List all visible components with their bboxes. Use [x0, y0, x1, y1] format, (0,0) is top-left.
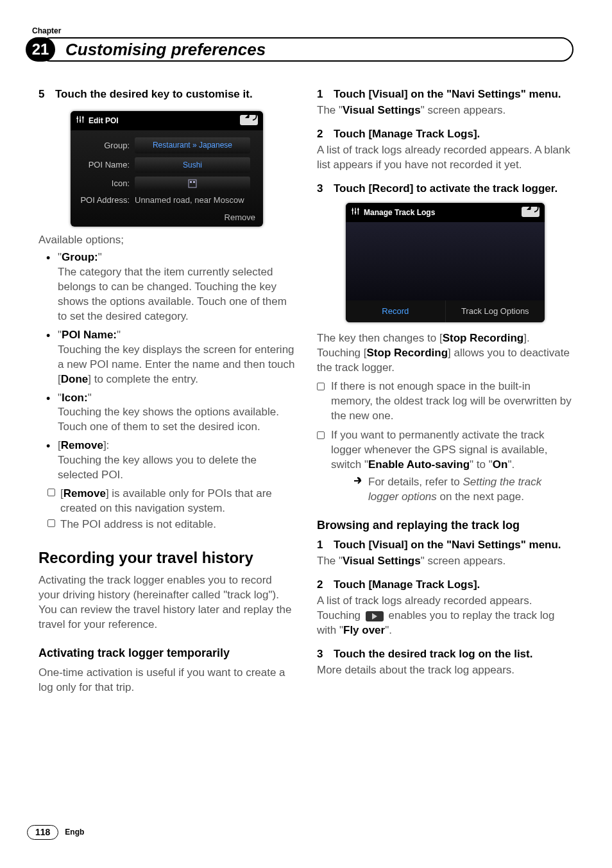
svg-rect-4 — [189, 180, 196, 187]
svg-point-0 — [76, 117, 78, 119]
right-column: 1 Touch [Visual] on the "Navi Settings" … — [317, 87, 574, 698]
track-log-options-button[interactable]: Track Log Options — [446, 300, 545, 322]
back-icon[interactable] — [240, 115, 258, 128]
svg-point-8 — [355, 211, 357, 213]
opt-poi-name: "POI Name:" Touching the key displays th… — [58, 328, 295, 387]
step-number: 5 — [38, 87, 47, 102]
r-step-2: 2 Touch [Manage Track Logs]. — [317, 127, 574, 142]
note-memory: If there is not enough space in the buil… — [331, 379, 574, 424]
chapter-bar: 21 Customising preferences — [38, 37, 574, 62]
b-step1-after: The "Visual Settings" screen appears. — [317, 554, 574, 569]
reference-arrow-icon — [353, 475, 363, 505]
poiname-label: POI Name: — [71, 159, 135, 171]
options-head: Available options; — [38, 233, 295, 248]
svg-point-7 — [352, 209, 353, 211]
chapter-number: 21 — [26, 37, 55, 62]
manage-track-logs-screenshot: Manage Track Logs Record Track Log Optio… — [346, 203, 545, 322]
heading-activating-temp: Activating track logger temporarily — [38, 645, 295, 661]
back-icon[interactable] — [522, 207, 540, 220]
activating-temp-para: One-time activation is useful if you wan… — [38, 666, 295, 695]
svg-point-1 — [80, 120, 81, 122]
r-step-3: 3 Touch [Record] to activate the track l… — [317, 182, 574, 196]
checkbox-icon — [317, 383, 325, 390]
ss2-title-bar: Manage Track Logs — [346, 203, 545, 222]
remove-button[interactable]: Remove — [225, 212, 255, 223]
r-step-1: 1 Touch [Visual] on the "Navi Settings" … — [317, 87, 574, 102]
settings-icon — [76, 115, 85, 126]
step-text: Touch the desired key to customise it. — [55, 87, 253, 102]
checkbox-icon — [47, 489, 55, 496]
ss1-title-bar: Edit POI — [71, 111, 263, 130]
heading-recording: Recording your travel history — [38, 548, 295, 568]
ss1-title-text: Edit POI — [89, 116, 119, 126]
opt-group-desc: The category that the item currently sel… — [58, 266, 287, 322]
settings-icon — [351, 207, 360, 218]
b-step-3: 3 Touch the desired track log on the lis… — [317, 647, 574, 662]
opt-remove: [Remove]: Touching the key allows you to… — [58, 438, 295, 483]
left-column: 5 Touch the desired key to customise it.… — [38, 87, 295, 698]
icon-label: Icon: — [71, 178, 135, 189]
svg-point-9 — [357, 209, 359, 211]
b-step-1: 1 Touch [Visual] on the "Navi Settings" … — [317, 538, 574, 553]
r-step1-after: The "Visual Settings" screen appears. — [317, 103, 574, 118]
stop-recording-para: The key then changes to [Stop Recording]… — [317, 331, 574, 376]
track-notes-list: If there is not enough space in the buil… — [317, 379, 574, 505]
group-value[interactable]: Restaurant » Japanese — [135, 137, 250, 153]
options-list: "Group:" The category that the item curr… — [38, 250, 295, 483]
checkbox-icon — [47, 519, 55, 527]
addr-label: POI Address: — [71, 195, 135, 206]
svg-rect-5 — [190, 181, 192, 183]
heading-browsing: Browsing and replaying the track log — [317, 517, 574, 533]
svg-point-2 — [82, 117, 84, 119]
chapter-title: Customising preferences — [38, 37, 574, 62]
play-icon[interactable] — [366, 611, 384, 621]
note-remove-availability: [Remove] is available only for POIs that… — [38, 487, 295, 516]
checkbox-icon — [317, 431, 325, 439]
note-autosave: If you want to permanently activate the … — [331, 428, 574, 505]
opt-group: "Group:" The category that the item curr… — [58, 250, 295, 324]
language-code: Engb — [65, 827, 84, 837]
poiname-value[interactable]: Sushi — [135, 157, 250, 173]
addr-value: Unnamed road, near Moscow — [135, 195, 244, 206]
chapter-label: Chapter — [32, 26, 574, 36]
ref-link: For details, refer to Setting the track … — [331, 475, 574, 505]
opt-icon: "Icon:" Touching the key shows the optio… — [58, 391, 295, 435]
b-step2-after: A list of track logs already recorded ap… — [317, 594, 574, 638]
r-step2-after: A list of track logs already recorded ap… — [317, 143, 574, 173]
page-footer: 118 Engb — [27, 825, 84, 840]
page-number: 118 — [27, 825, 58, 840]
ss2-title-text: Manage Track Logs — [364, 207, 435, 218]
record-button[interactable]: Record — [346, 300, 446, 322]
edit-poi-screenshot: Edit POI Group:Restaurant » Japanese POI… — [71, 111, 263, 227]
note-address: The POI address is not editable. — [38, 517, 295, 532]
group-label: Group: — [71, 140, 135, 152]
icon-value[interactable] — [135, 177, 250, 191]
step-5: 5 Touch the desired key to customise it. — [38, 87, 295, 102]
b-step-2: 2 Touch [Manage Track Logs]. — [317, 578, 574, 593]
b-step3-after: More details about the track log appears… — [317, 663, 574, 678]
svg-rect-6 — [193, 181, 195, 183]
recording-intro: Activating the track logger enables you … — [38, 573, 295, 632]
